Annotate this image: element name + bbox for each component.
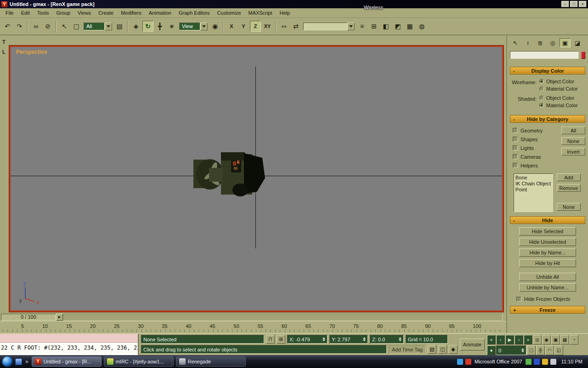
tab-hierarchy-icon[interactable]: ≣ (535, 38, 546, 47)
select-and-link-icon[interactable]: ∞ (30, 21, 41, 32)
category-row[interactable]: Helpers (513, 161, 561, 170)
radio-icon[interactable] (539, 86, 544, 91)
dropdown-arrow-icon[interactable] (105, 23, 112, 30)
current-frame-field[interactable]: 0 (496, 345, 526, 355)
restrict-x-button[interactable]: X (226, 21, 237, 32)
use-center-icon[interactable]: ◉ (209, 21, 220, 32)
status-box-icon[interactable]: ▧ (428, 345, 436, 354)
redo-icon[interactable]: ↷ (14, 21, 25, 32)
radio-icon[interactable] (539, 79, 544, 84)
tray-icon[interactable] (534, 359, 540, 365)
taskbar-button-mirc[interactable]: mIRC - [#jelly-aow1... (104, 356, 174, 367)
unlink-selection-icon[interactable]: ⊘ (42, 21, 53, 32)
category-checkbox[interactable] (513, 163, 518, 168)
minimize-button[interactable]: – (561, 1, 569, 7)
category-row[interactable]: Lights (513, 144, 561, 152)
tab-modify-icon[interactable]: ≀ (522, 38, 533, 47)
radio-icon[interactable] (539, 96, 544, 100)
shaded-material-color-option[interactable]: Material Color (539, 103, 577, 108)
menu-item[interactable]: File (2, 9, 17, 17)
quick-render-icon[interactable]: ◍ (416, 21, 427, 32)
listbox-item[interactable]: Bone (515, 175, 551, 181)
pan-icon[interactable]: ╬ (536, 345, 545, 355)
zoom-extents-icon[interactable]: ▣ (551, 335, 560, 345)
category-checkbox[interactable] (513, 145, 518, 150)
material-editor-icon[interactable]: ◩ (392, 21, 403, 32)
tab-utilities-icon[interactable]: ◪ (572, 38, 583, 47)
tray-icon[interactable] (542, 359, 548, 365)
absolute-mode-icon[interactable]: ⊞ (277, 335, 285, 344)
menu-item[interactable]: Customize (214, 9, 245, 17)
time-slider-track[interactable] (63, 314, 503, 321)
previous-frame-icon[interactable]: ‹ (496, 335, 505, 345)
status-cylinder-icon[interactable]: ◫ (438, 345, 447, 354)
maxscript-mini-listener[interactable]: 22 C R FOOT: #(232, 233, 234, 235, 236, … (0, 334, 139, 355)
taskbar-button-renegade[interactable]: Renegade (176, 356, 246, 367)
radio-icon[interactable] (539, 103, 544, 108)
select-and-rotate-icon[interactable]: ↻ (142, 21, 153, 32)
viewport-label[interactable]: Perspective (16, 49, 47, 55)
schematic-view-icon[interactable]: ◧ (380, 21, 391, 32)
hide-button[interactable]: Hide Selected (519, 227, 576, 236)
spinner[interactable] (361, 336, 366, 343)
selection-filter-dropdown[interactable]: All (84, 23, 112, 30)
arc-rotate-icon[interactable]: ◠ (545, 345, 554, 355)
dropdown-arrow-icon[interactable] (347, 23, 355, 30)
zoom-region-icon[interactable]: ▢ (527, 345, 536, 355)
menu-item[interactable]: Group (52, 9, 74, 17)
time-slider[interactable]: 0 / 100 ► (0, 313, 506, 321)
timeline-ruler[interactable]: 5101520253035404550556065707580859095100 (0, 321, 506, 333)
tab-motion-icon[interactable]: ◎ (547, 38, 558, 47)
rollout-hide-by-category[interactable]: - Hide by Category (510, 115, 585, 123)
menu-item[interactable]: Modifiers (117, 9, 145, 17)
menu-item[interactable]: Animation (145, 9, 175, 17)
tank-model[interactable] (192, 150, 277, 200)
wireframe-object-color-option[interactable]: Object Color (539, 79, 577, 84)
select-and-move-icon[interactable]: ╋ (154, 21, 165, 32)
unhide-button[interactable]: Unhide by Name... (519, 283, 576, 292)
field-of-view-icon[interactable]: ◔ (570, 335, 578, 345)
menu-item[interactable]: Views (74, 9, 95, 17)
taskbar-button-gmax[interactable]: Y Untitled - gmax - [R... (32, 356, 102, 367)
hide-button[interactable]: Hide by Name... (519, 248, 576, 257)
tray-icon[interactable] (457, 359, 463, 365)
named-selection-dropdown[interactable] (303, 23, 355, 30)
rollout-display-color[interactable]: - Display Color (510, 67, 585, 75)
frame-display[interactable]: 0 / 100 (1, 314, 56, 321)
select-by-name-icon[interactable]: ▤ (114, 21, 125, 32)
tray-icon[interactable] (465, 359, 471, 365)
wireframe-material-color-option[interactable]: Material Color (539, 86, 577, 92)
restrict-y-button[interactable]: Y (238, 21, 249, 32)
perspective-viewport[interactable]: Perspective (9, 46, 503, 312)
array-icon[interactable]: ⊞ (368, 21, 379, 32)
select-and-manipulate-icon[interactable]: ∗ (166, 21, 177, 32)
menu-item[interactable]: Graph Editors (175, 9, 214, 17)
go-to-end-icon[interactable]: » (524, 335, 532, 345)
menu-item[interactable]: Tools (34, 9, 53, 17)
shaded-object-color-option[interactable]: Object Color (539, 95, 577, 101)
quick-launch-chevron-icon[interactable]: » (24, 358, 29, 365)
tab-display-icon[interactable]: ▣ (560, 38, 571, 47)
status-key-icon[interactable]: ◆ (449, 345, 458, 354)
list-remove-button[interactable]: Remove (557, 184, 581, 192)
hide-frozen-row[interactable]: Hide Frozen Objects (516, 296, 585, 302)
hide-button[interactable]: Hide by Hit (519, 259, 576, 267)
reference-coordinate-dropdown[interactable]: View (179, 23, 208, 30)
object-name-field[interactable] (510, 51, 579, 59)
category-row[interactable]: Geometry (513, 126, 561, 135)
tray-icon[interactable] (526, 359, 531, 365)
add-time-tag-field[interactable]: Add Time Tag (389, 345, 426, 354)
category-row[interactable]: Cameras (513, 152, 561, 161)
taskbar-clock[interactable]: 11:10 PM (559, 359, 586, 364)
menu-item[interactable]: Create (95, 9, 117, 17)
key-mode-icon[interactable]: ● (487, 345, 496, 355)
mirror-icon[interactable]: ⇄ (290, 21, 301, 32)
maximize-button[interactable]: □ (570, 1, 578, 7)
play-animation-icon[interactable]: ▶ (505, 335, 514, 345)
object-color-swatch[interactable] (581, 52, 585, 59)
go-to-start-icon[interactable]: « (487, 335, 496, 345)
list-none-button[interactable]: None (557, 203, 581, 211)
category-checkbox[interactable] (513, 154, 518, 159)
menu-item[interactable]: Edit (17, 9, 34, 17)
animate-button[interactable]: Animate (460, 339, 485, 351)
